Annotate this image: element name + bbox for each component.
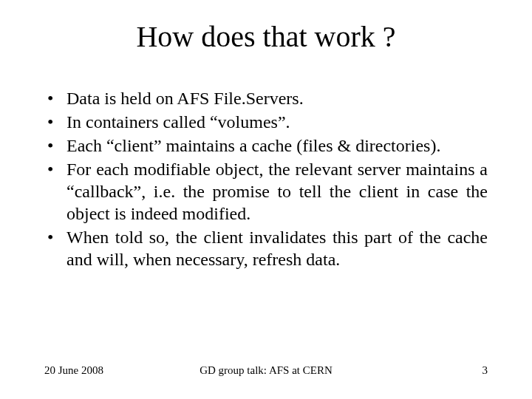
list-item: In containers called “volumes”. (44, 111, 488, 133)
footer-page-number: 3 (482, 364, 488, 377)
list-item: For each modifiable object, the relevant… (44, 158, 488, 225)
slide-body: Data is held on AFS File.Servers. In con… (44, 87, 488, 272)
slide-footer: 20 June 2008 GD group talk: AFS at CERN … (44, 364, 488, 377)
list-item: Data is held on AFS File.Servers. (44, 87, 488, 109)
slide: How does that work ? Data is held on AFS… (0, 0, 532, 399)
bullet-list: Data is held on AFS File.Servers. In con… (44, 87, 488, 270)
footer-center: GD group talk: AFS at CERN (44, 364, 488, 377)
list-item: When told so, the client invalidates thi… (44, 226, 488, 270)
slide-title: How does that work ? (0, 19, 532, 54)
list-item: Each “client” maintains a cache (files &… (44, 134, 488, 157)
footer-date: 20 June 2008 (44, 364, 103, 377)
